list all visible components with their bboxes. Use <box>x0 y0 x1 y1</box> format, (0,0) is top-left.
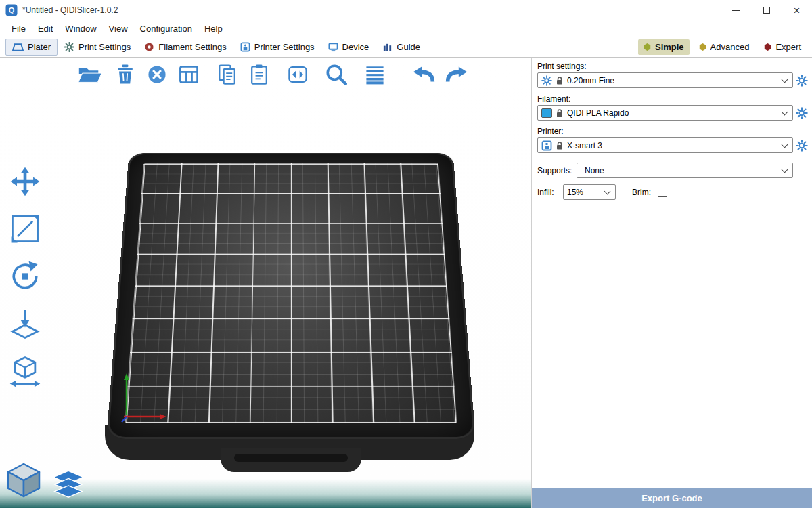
window-title: *Untitled - QIDISlicer-1.0.2 <box>22 5 118 15</box>
arrange-grid-icon <box>177 62 201 87</box>
tab-filament-settings[interactable]: Filament Settings <box>137 39 233 56</box>
tab-label: Device <box>342 42 369 52</box>
search-button[interactable] <box>323 61 350 88</box>
paste-button[interactable] <box>246 61 273 88</box>
printer-label: Printer: <box>537 127 807 136</box>
tab-device[interactable]: Device <box>321 39 376 56</box>
tab-label: Guide <box>397 42 420 52</box>
chevron-down-icon <box>604 188 611 194</box>
printer-icon <box>541 140 552 151</box>
tab-print-settings[interactable]: Print Settings <box>58 39 137 56</box>
printer-settings-icon <box>240 42 250 52</box>
paste-clipboard-icon <box>247 62 271 87</box>
split-button[interactable] <box>284 61 311 88</box>
scale-to-fit-tool-button[interactable] <box>7 353 43 389</box>
viewport-3d[interactable] <box>0 58 531 508</box>
brim-checkbox[interactable] <box>658 188 667 197</box>
coordinate-axes <box>119 372 173 426</box>
mode-label: Advanced <box>710 42 750 52</box>
printer-combo[interactable]: X-smart 3 <box>537 137 793 153</box>
tabbar: Plater Print Settings Filament Settings <box>0 37 812 58</box>
maximize-icon <box>763 7 770 14</box>
print-settings-gear-button[interactable] <box>794 75 809 87</box>
close-button[interactable]: × <box>782 0 812 20</box>
expert-mode-hex-icon <box>764 43 771 51</box>
print-settings-value: 0.20mm Fine <box>567 76 779 85</box>
filament-value: QIDI PLA Rapido <box>567 108 779 118</box>
scale-tool-button[interactable] <box>7 211 43 247</box>
mode-advanced[interactable]: Advanced <box>694 39 755 55</box>
menu-configuration[interactable]: Configuration <box>134 22 198 35</box>
advanced-mode-hex-icon <box>699 43 706 51</box>
window-controls: × <box>721 0 812 20</box>
tab-guide[interactable]: Guide <box>376 39 427 56</box>
copy-icon <box>215 62 240 87</box>
arrange-button[interactable] <box>175 61 202 88</box>
filament-spool-icon <box>144 42 154 52</box>
mode-simple[interactable]: Simple <box>638 39 690 55</box>
preview-view-button[interactable] <box>53 470 84 503</box>
print-bed-plate-grid <box>125 163 457 423</box>
infill-label: Infill: <box>537 188 559 197</box>
lock-icon <box>556 141 564 150</box>
minimize-button[interactable] <box>721 0 751 20</box>
printer-value: X-smart 3 <box>567 141 779 150</box>
print-settings-label: Print settings: <box>537 62 807 71</box>
export-gcode-button[interactable]: Export G-code <box>532 488 812 508</box>
undo-button[interactable] <box>411 61 438 88</box>
filament-combo[interactable]: QIDI PLA Rapido <box>537 105 793 121</box>
filament-color-swatch <box>541 108 552 118</box>
filament-gear-button[interactable] <box>794 107 809 119</box>
maximize-button[interactable] <box>751 0 782 20</box>
brim-label: Brim: <box>632 188 654 197</box>
place-on-face-icon <box>7 306 43 341</box>
delete-all-button[interactable] <box>143 61 171 88</box>
minimize-icon <box>732 10 740 11</box>
device-monitor-icon <box>328 42 338 52</box>
menu-view[interactable]: View <box>103 22 134 35</box>
gear-icon <box>796 107 808 119</box>
close-icon: × <box>794 5 800 16</box>
delete-button[interactable] <box>112 61 139 88</box>
mode-expert[interactable]: Expert <box>759 39 807 55</box>
menubar: File Edit Window View Configuration Help <box>0 20 812 37</box>
gizmo-toolbar <box>7 163 43 389</box>
rotate-tool-button[interactable] <box>7 258 43 295</box>
print-settings-gear-icon <box>64 42 74 52</box>
tab-label: Plater <box>28 42 51 52</box>
redo-button[interactable] <box>443 61 470 88</box>
scale-to-fit-icon <box>7 354 43 389</box>
app-window: Q *Untitled - QIDISlicer-1.0.2 × File Ed… <box>0 0 812 508</box>
open-folder-icon <box>76 62 102 87</box>
editor-view-button[interactable] <box>4 461 43 503</box>
delete-all-icon <box>145 62 169 87</box>
place-on-face-tool-button[interactable] <box>7 305 43 342</box>
guide-icon <box>382 42 392 52</box>
mode-label: Simple <box>655 42 684 52</box>
copy-button[interactable] <box>214 61 241 88</box>
mode-switcher: Simple Advanced Expert <box>638 39 807 55</box>
chevron-down-icon <box>782 108 788 115</box>
variable-layer-height-button[interactable] <box>361 61 388 88</box>
redo-icon <box>443 62 469 87</box>
move-icon <box>7 164 43 199</box>
tab-plater[interactable]: Plater <box>5 39 58 56</box>
move-tool-button[interactable] <box>7 163 43 200</box>
open-button[interactable] <box>76 61 103 88</box>
menu-file[interactable]: File <box>5 22 32 35</box>
rotate-icon <box>7 259 43 294</box>
svg-text:Q: Q <box>9 6 15 14</box>
tab-label: Filament Settings <box>158 42 226 52</box>
gear-icon <box>541 75 552 86</box>
supports-combo[interactable]: None <box>577 163 793 178</box>
supports-value: None <box>581 166 779 175</box>
settings-sidebar: Print settings: 0.20mm Fine <box>531 58 812 508</box>
menu-edit[interactable]: Edit <box>32 22 59 35</box>
menu-help[interactable]: Help <box>198 22 229 35</box>
menu-window[interactable]: Window <box>59 22 102 35</box>
printer-gear-button[interactable] <box>794 140 809 152</box>
print-settings-combo[interactable]: 0.20mm Fine <box>537 72 793 88</box>
chevron-down-icon <box>782 166 788 173</box>
tab-printer-settings[interactable]: Printer Settings <box>233 39 321 56</box>
infill-combo[interactable]: 15% <box>563 184 616 200</box>
